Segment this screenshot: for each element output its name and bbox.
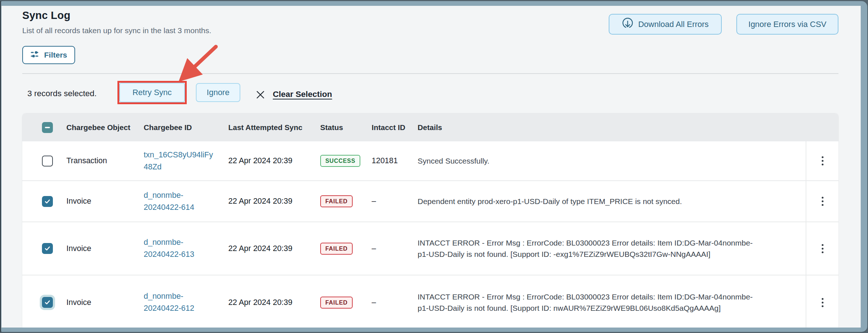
kebab-icon: [818, 295, 827, 310]
table-row: Invoice d_nonmbe-20240422-614 22 Apr 202…: [22, 181, 838, 222]
selection-count: 3 records selected.: [27, 89, 97, 98]
kebab-icon: [818, 241, 827, 256]
row-checkbox[interactable]: [42, 297, 53, 308]
last-attempted-sync-cell: 22 Apr 2024 20:39: [228, 222, 312, 275]
table-header-row: Chargebee Object Chargebee ID Last Attem…: [22, 113, 838, 141]
status-badge: SUCCESS: [320, 155, 360, 167]
row-actions-menu-button[interactable]: [806, 141, 838, 180]
details-cell: INTACCT ERROR - Error Msg : ErrorCode: B…: [418, 237, 753, 260]
intacct-id-cell: –: [372, 275, 412, 328]
page-title: Sync Log: [22, 9, 70, 21]
chargebee-object-cell: Transaction: [66, 141, 139, 180]
filters-label: Filters: [44, 51, 67, 59]
section-divider: [22, 73, 838, 74]
row-checkbox[interactable]: [42, 156, 53, 166]
chargebee-id-link[interactable]: d_nonmbe-20240422-614: [144, 189, 214, 213]
kebab-icon: [818, 153, 827, 168]
status-badge: FAILED: [320, 243, 353, 255]
details-cell: INTACCT ERROR - Error Msg : ErrorCode: B…: [418, 291, 753, 314]
col-chargebee-id: Chargebee ID: [144, 113, 214, 141]
ignore-errors-csv-button[interactable]: Ignore Errors via CSV: [736, 14, 838, 35]
sync-log-table: Chargebee Object Chargebee ID Last Attem…: [22, 113, 838, 328]
clear-selection-link[interactable]: Clear Selection: [273, 90, 332, 99]
kebab-icon: [818, 194, 827, 209]
row-actions-menu-button[interactable]: [806, 275, 838, 328]
col-last-attempted-sync: Last Attempted Sync: [228, 113, 312, 141]
table-row: Transaction txn_16CS8yU94liFy48Zd 22 Apr…: [22, 141, 838, 181]
ignore-label: Ignore: [207, 88, 229, 97]
row-actions-menu-button[interactable]: [806, 222, 838, 275]
filters-icon: [30, 50, 40, 61]
retry-sync-label: Retry Sync: [132, 88, 172, 97]
col-chargebee-object: Chargebee Object: [66, 113, 139, 141]
sync-log-page: Sync Log List of all records taken up fo…: [1, 6, 861, 328]
last-attempted-sync-cell: 22 Apr 2024 20:39: [228, 275, 312, 328]
select-all-checkbox[interactable]: [42, 122, 53, 133]
status-badge: FAILED: [320, 297, 353, 309]
chargebee-id-link[interactable]: d_nonmbe-20240422-612: [144, 290, 214, 314]
col-status: Status: [320, 113, 368, 141]
page-subtitle: List of all records taken up for sync in…: [22, 26, 211, 35]
retry-sync-highlight-box: Retry Sync: [117, 81, 187, 104]
last-attempted-sync-cell: 22 Apr 2024 20:39: [228, 141, 312, 180]
clear-selection-x-icon[interactable]: [255, 90, 266, 100]
col-details: Details: [418, 113, 753, 141]
col-intacct-id: Intacct ID: [372, 113, 412, 141]
details-cell: Dependent entity prod-xero-p1-USD-Daily …: [418, 196, 682, 207]
chargebee-id-link[interactable]: d_nonmbe-20240422-613: [144, 236, 214, 260]
download-all-errors-label: Download All Errors: [638, 20, 709, 29]
retry-sync-button[interactable]: Retry Sync: [119, 83, 185, 102]
ignore-button[interactable]: Ignore: [196, 83, 240, 102]
row-checkbox[interactable]: [42, 243, 53, 254]
window-frame: Sync Log List of all records taken up fo…: [0, 0, 868, 333]
intacct-id-cell: –: [372, 222, 412, 275]
chargebee-id-link[interactable]: txn_16CS8yU94liFy48Zd: [144, 149, 214, 173]
download-icon: [622, 17, 633, 31]
intacct-id-cell: –: [372, 181, 412, 222]
chargebee-object-cell: Invoice: [66, 181, 139, 222]
table-row: Invoice d_nonmbe-20240422-613 22 Apr 202…: [22, 222, 838, 275]
intacct-id-cell: 120181: [372, 141, 412, 180]
table-row: Invoice d_nonmbe-20240422-612 22 Apr 202…: [22, 275, 838, 328]
chargebee-object-cell: Invoice: [66, 275, 139, 328]
row-checkbox[interactable]: [42, 196, 53, 207]
details-cell: Synced Successfully.: [418, 155, 489, 166]
filters-button[interactable]: Filters: [22, 46, 75, 64]
download-all-errors-button[interactable]: Download All Errors: [609, 14, 722, 35]
ignore-errors-csv-label: Ignore Errors via CSV: [748, 20, 826, 29]
last-attempted-sync-cell: 22 Apr 2024 20:39: [228, 181, 312, 222]
chargebee-object-cell: Invoice: [66, 222, 139, 275]
row-actions-menu-button[interactable]: [806, 181, 838, 222]
status-badge: FAILED: [320, 195, 353, 207]
